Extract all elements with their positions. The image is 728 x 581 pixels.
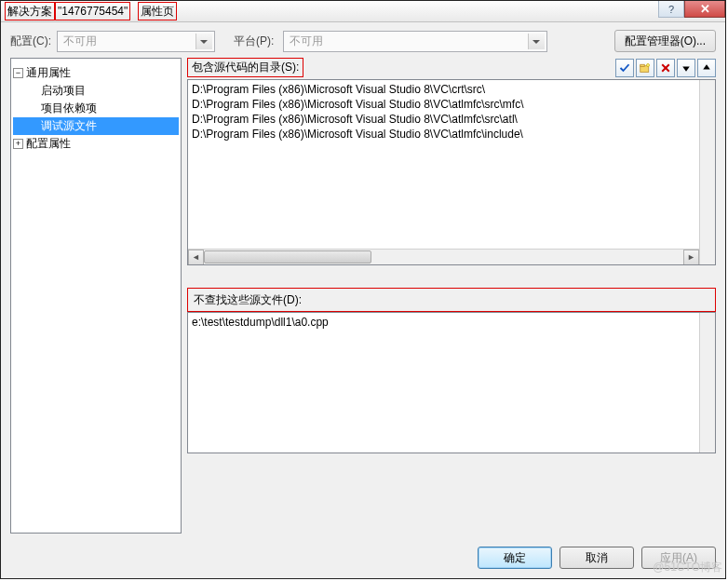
tree-label-deps: 项目依赖项 [41,101,97,116]
tree-label-config-props: 配置属性 [26,136,71,152]
check-button[interactable] [615,59,634,77]
exclude-list[interactable]: e:\test\testdump\dll1\a0.cpp [187,312,716,453]
config-value: 不可用 [63,34,97,49]
vertical-scrollbar[interactable] [699,80,715,264]
platform-combobox[interactable]: 不可用 [283,31,547,52]
chevron-down-icon [200,40,208,44]
horizontal-scrollbar[interactable]: ◄ ► [188,249,699,264]
ok-label: 确定 [504,551,526,564]
help-button[interactable]: ? [658,1,684,18]
tree-label-startup: 启动项目 [41,83,86,99]
tree-node-deps[interactable]: 项目依赖项 [13,100,179,117]
scroll-left-icon[interactable]: ◄ [188,250,204,265]
collapse-icon[interactable]: − [13,68,23,78]
close-button[interactable]: ✕ [684,1,725,18]
list-item[interactable]: e:\test\testdump\dll1\a0.cpp [192,315,711,330]
ok-button[interactable]: 确定 [478,547,552,569]
config-label: 配置(C): [10,34,51,49]
list-item[interactable]: D:\Program Files (x86)\Microsoft Visual … [192,82,711,97]
right-panel: 包含源代码的目录(S): D:\Program Files (x86)\Micr… [187,58,716,534]
title-part-3: 属性页 [138,2,177,20]
title-part-1: 解决方案 [5,2,55,20]
scroll-thumb[interactable] [204,250,371,263]
tree-node-config-props[interactable]: + 配置属性 [13,135,179,153]
config-toolbar: 配置(C): 不可用 平台(P): 不可用 配置管理器(O)... [1,22,725,58]
move-up-button[interactable] [697,59,716,77]
tree-node-startup[interactable]: 启动项目 [13,82,179,100]
title-part-3-a [130,3,137,20]
config-manager-label: 配置管理器(O)... [625,34,706,47]
new-folder-button[interactable] [636,59,654,77]
list-item[interactable]: D:\Program Files (x86)\Microsoft Visual … [192,127,711,142]
cancel-button[interactable]: 取消 [559,547,634,569]
source-dirs-list[interactable]: D:\Program Files (x86)\Microsoft Visual … [187,79,716,265]
list-item[interactable]: D:\Program Files (x86)\Microsoft Visual … [192,112,711,127]
exclude-label: 不查找这些源文件(D): [194,292,709,308]
svg-marker-5 [682,66,690,71]
svg-point-2 [647,63,650,66]
tree-label-debug-source: 调试源文件 [41,118,97,134]
title-part-2: "1476775454" [55,2,130,20]
source-dirs-label: 包含源代码的目录(S): [187,58,303,77]
expand-icon[interactable]: + [13,139,23,149]
titlebar: 解决方案 "1476775454" 属性页 ? ✕ [1,1,725,22]
dialog-footer: 确定 取消 应用(A) [1,539,725,578]
scroll-right-icon[interactable]: ► [683,250,699,265]
delete-button[interactable] [656,59,675,77]
cancel-label: 取消 [586,551,608,564]
chevron-down-icon [533,40,540,44]
property-tree[interactable]: − 通用属性 启动项目 项目依赖项 调试源文件 + 配置属性 [10,58,182,534]
exclude-box: 不查找这些源文件(D): [187,288,716,312]
tree-node-common[interactable]: − 通用属性 [13,64,179,82]
property-pages-dialog: 解决方案 "1476775454" 属性页 ? ✕ 配置(C): 不可用 平台(… [0,0,726,579]
list-item[interactable]: D:\Program Files (x86)\Microsoft Visual … [192,97,711,112]
svg-rect-1 [640,64,645,66]
vertical-scrollbar[interactable] [699,313,715,453]
tree-node-debug-source[interactable]: 调试源文件 [13,117,179,135]
move-down-button[interactable] [677,59,695,77]
config-manager-button[interactable]: 配置管理器(O)... [614,30,716,52]
list-toolbar [615,59,716,77]
config-combobox[interactable]: 不可用 [57,31,215,52]
platform-value: 不可用 [290,34,323,49]
svg-marker-6 [703,64,710,69]
tree-label-common: 通用属性 [26,65,71,81]
apply-label: 应用(A) [660,551,697,564]
apply-button[interactable]: 应用(A) [641,547,716,569]
platform-label: 平台(P): [234,34,274,49]
window-title: 解决方案 "1476775454" 属性页 [5,2,177,20]
